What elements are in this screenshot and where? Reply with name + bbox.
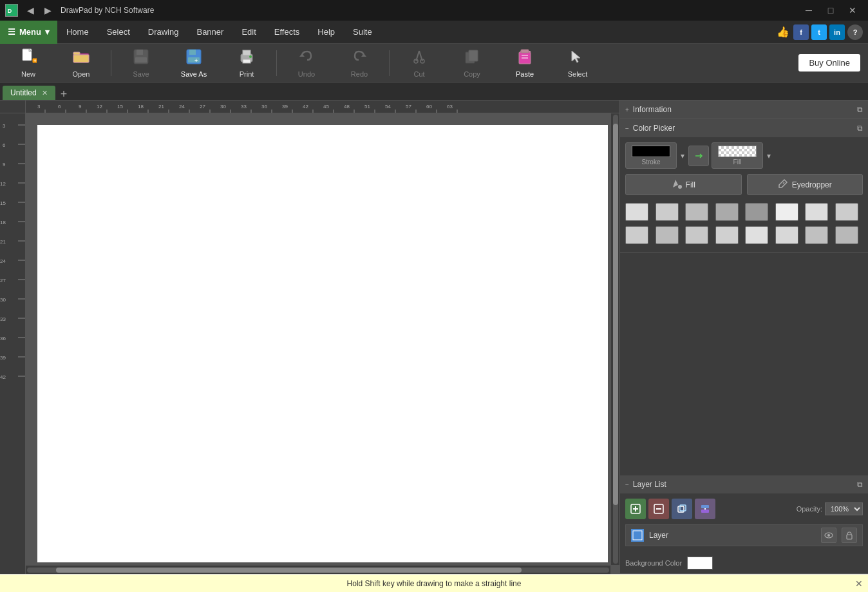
merge-layers-button[interactable] bbox=[695, 499, 715, 519]
undo-button[interactable]: Undo bbox=[281, 45, 332, 81]
thumbs-up-icon[interactable]: 👍 bbox=[775, 24, 791, 40]
fill-button[interactable]: Fill bbox=[625, 174, 742, 195]
color-cell-1[interactable] bbox=[625, 203, 648, 221]
print-button[interactable]: Print bbox=[221, 45, 272, 81]
svg-text:36: 36 bbox=[261, 104, 267, 110]
close-button[interactable]: ✕ bbox=[842, 4, 863, 17]
svg-text:42: 42 bbox=[0, 374, 6, 380]
menu-suite[interactable]: Suite bbox=[344, 21, 381, 44]
menu-effects[interactable]: Effects bbox=[265, 21, 309, 44]
svg-text:9: 9 bbox=[3, 162, 6, 167]
open-button[interactable]: Open bbox=[55, 45, 107, 81]
menu-banner[interactable]: Banner bbox=[187, 21, 232, 44]
layer-visibility-toggle[interactable] bbox=[821, 528, 836, 543]
print-icon bbox=[238, 48, 255, 69]
duplicate-layer-button[interactable] bbox=[672, 499, 692, 519]
horizontal-scrollbar[interactable] bbox=[26, 565, 610, 574]
twitter-icon[interactable]: t bbox=[811, 24, 827, 40]
v-scroll-track[interactable] bbox=[613, 115, 618, 564]
information-title: Information bbox=[633, 105, 853, 114]
copy-button[interactable]: Copy bbox=[446, 45, 498, 81]
color-cell-10[interactable] bbox=[656, 226, 679, 244]
information-undock-icon[interactable]: ⧉ bbox=[857, 105, 863, 114]
svg-rect-28 bbox=[521, 50, 529, 53]
menu-home[interactable]: Home bbox=[57, 21, 98, 44]
h-scroll-thumb[interactable] bbox=[56, 568, 522, 573]
color-cell-6[interactable] bbox=[775, 203, 798, 221]
layer-item[interactable]: Layer bbox=[625, 524, 863, 546]
fill-btn-label: Fill bbox=[686, 180, 695, 189]
delete-layer-button[interactable] bbox=[648, 499, 669, 519]
add-layer-button[interactable] bbox=[625, 499, 646, 519]
color-cell-9[interactable] bbox=[625, 226, 648, 244]
color-cell-12[interactable] bbox=[715, 226, 739, 244]
layer-list-header[interactable]: − Layer List ⧉ bbox=[620, 475, 868, 493]
bg-color-swatch[interactable] bbox=[687, 557, 713, 569]
layer-lock-toggle[interactable] bbox=[842, 528, 857, 543]
color-cell-15[interactable] bbox=[805, 226, 828, 244]
minimize-button[interactable]: ─ bbox=[798, 4, 819, 17]
paste-button[interactable]: Paste bbox=[499, 45, 551, 81]
color-picker-header[interactable]: − Color Picker ⧉ bbox=[620, 119, 868, 137]
facebook-icon[interactable]: f bbox=[793, 24, 809, 40]
color-cell-2[interactable] bbox=[656, 203, 679, 221]
menu-select[interactable]: Select bbox=[98, 21, 139, 44]
menu-label: Menu bbox=[19, 27, 41, 37]
svg-text:45: 45 bbox=[323, 104, 329, 110]
h-scroll-track[interactable] bbox=[27, 568, 609, 573]
tab-label: Untitled bbox=[10, 88, 37, 97]
drawing-canvas[interactable] bbox=[37, 125, 608, 562]
cut-button[interactable]: Cut bbox=[393, 45, 445, 81]
stroke-swatch-btn[interactable]: Stroke bbox=[625, 142, 677, 169]
buy-online-button[interactable]: Buy Online bbox=[798, 54, 860, 72]
menu-edit[interactable]: Edit bbox=[232, 21, 265, 44]
menu-help[interactable]: Help bbox=[308, 21, 344, 44]
new-button[interactable]: + New bbox=[3, 45, 54, 81]
color-cell-16[interactable] bbox=[835, 226, 858, 244]
stroke-dropdown-btn[interactable]: ▾ bbox=[679, 150, 686, 162]
color-cell-13[interactable] bbox=[745, 226, 768, 244]
color-cell-7[interactable] bbox=[805, 203, 828, 221]
cut-icon bbox=[411, 48, 428, 69]
status-close-button[interactable]: ✕ bbox=[855, 578, 863, 589]
menu-hamburger[interactable]: ☰ Menu ▾ bbox=[0, 21, 57, 44]
save-as-button[interactable]: + Save As bbox=[168, 45, 220, 81]
save-button[interactable]: Save bbox=[115, 45, 167, 81]
color-cell-14[interactable] bbox=[775, 226, 798, 244]
help-icon[interactable]: ? bbox=[847, 24, 863, 40]
maximize-button[interactable]: □ bbox=[820, 4, 841, 17]
stroke-swatch bbox=[632, 146, 670, 157]
linkedin-icon[interactable]: in bbox=[829, 24, 845, 40]
opacity-select[interactable]: 100% 75% 50% 25% bbox=[825, 502, 863, 515]
active-tab[interactable]: Untitled ✕ bbox=[3, 86, 55, 100]
undo-icon bbox=[298, 48, 315, 69]
tab-add-button[interactable]: + bbox=[55, 88, 73, 100]
fill-swatch-btn[interactable]: Fill bbox=[712, 142, 763, 169]
layer-list-undock-icon[interactable]: ⧉ bbox=[857, 480, 863, 489]
color-picker-undock-icon[interactable]: ⧉ bbox=[857, 124, 863, 133]
color-cell-3[interactable] bbox=[685, 203, 708, 221]
menu-drawing[interactable]: Drawing bbox=[139, 21, 188, 44]
vertical-scrollbar[interactable] bbox=[610, 113, 619, 565]
svg-text:33: 33 bbox=[241, 104, 247, 110]
svg-rect-113 bbox=[701, 510, 709, 513]
information-header[interactable]: + Information ⧉ bbox=[620, 100, 868, 119]
swap-colors-btn[interactable] bbox=[688, 146, 709, 166]
save-as-icon: + bbox=[185, 48, 202, 69]
svg-rect-31 bbox=[26, 100, 619, 113]
new-icon: + bbox=[20, 48, 37, 69]
tab-close-button[interactable]: ✕ bbox=[42, 89, 48, 97]
color-cell-8[interactable] bbox=[835, 203, 858, 221]
v-scroll-thumb[interactable] bbox=[613, 124, 618, 505]
select-button[interactable]: Select bbox=[552, 45, 603, 81]
color-cell-11[interactable] bbox=[685, 226, 708, 244]
redo-button[interactable]: Redo bbox=[334, 45, 385, 81]
color-cell-4[interactable] bbox=[715, 203, 739, 221]
eyedropper-button[interactable]: Eyedropper bbox=[747, 174, 863, 195]
color-cell-5[interactable] bbox=[745, 203, 768, 221]
canvas-scroll-area[interactable] bbox=[26, 113, 619, 574]
titlebar-undo-btn[interactable]: ◀ bbox=[23, 4, 38, 17]
redo-icon bbox=[351, 48, 368, 69]
fill-dropdown-btn[interactable]: ▾ bbox=[766, 150, 772, 162]
titlebar-redo-btn[interactable]: ▶ bbox=[41, 4, 55, 17]
